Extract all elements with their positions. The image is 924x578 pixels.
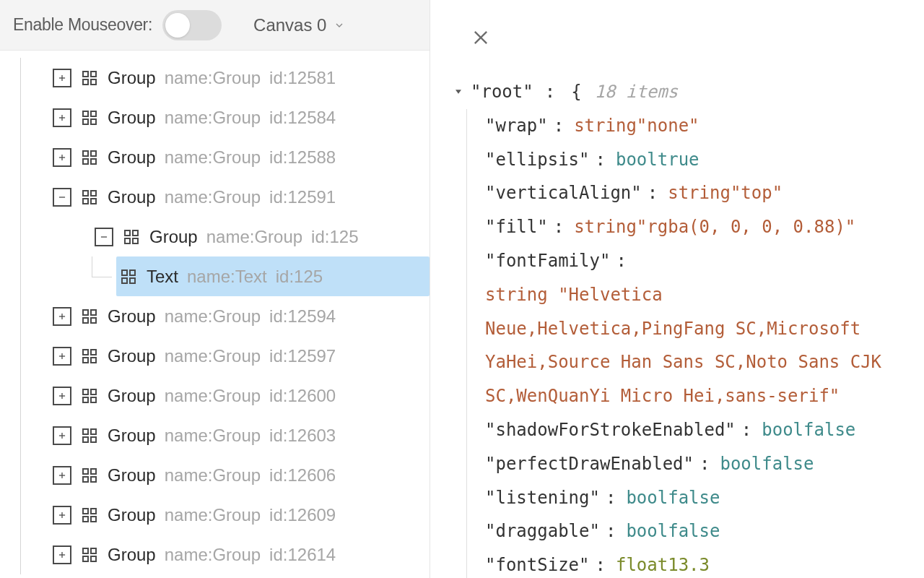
toggle-knob xyxy=(165,13,190,38)
json-prop[interactable]: "draggable":bool false xyxy=(452,514,910,548)
svg-rect-14 xyxy=(83,151,88,156)
collapse-icon[interactable] xyxy=(53,188,71,207)
caret-down-icon[interactable] xyxy=(452,85,465,98)
json-key: "fill" xyxy=(485,210,548,244)
tree-guide xyxy=(20,98,21,137)
grid-icon xyxy=(80,347,99,366)
expand-icon[interactable] xyxy=(53,347,71,366)
json-type: string xyxy=(485,285,548,305)
grid-icon xyxy=(80,426,99,445)
svg-rect-19 xyxy=(83,191,88,196)
node-id-label: id:12603 xyxy=(269,426,336,446)
grid-icon xyxy=(80,506,99,525)
tree-row[interactable]: Groupname:Groupid:12606 xyxy=(0,455,430,495)
canvas-label: Canvas 0 xyxy=(253,15,326,35)
json-prop[interactable]: "verticalAlign":string "top" xyxy=(452,176,910,210)
node-id-label: id:12597 xyxy=(269,346,336,366)
node-id-label: id:12584 xyxy=(269,108,336,128)
tree-row[interactable]: Groupname:Groupid:12609 xyxy=(0,495,430,535)
json-value: true xyxy=(658,143,699,177)
json-type: bool xyxy=(720,447,762,481)
tree-row[interactable]: Groupname:Groupid:12581 xyxy=(0,58,430,98)
expand-icon[interactable] xyxy=(53,148,71,167)
tree-row[interactable]: Groupname:Groupid:12591 xyxy=(0,177,430,217)
json-prop[interactable]: "shadowForStrokeEnabled":bool false xyxy=(452,413,910,447)
grid-icon xyxy=(80,466,99,485)
node-name-label: name:Group xyxy=(165,545,261,565)
close-button[interactable] xyxy=(465,22,497,53)
tree-row[interactable]: Groupname:Groupid:12614 xyxy=(0,535,430,574)
json-prop[interactable]: "fontFamily": xyxy=(452,244,910,278)
tree-row[interactable]: Textname:Textid:125 xyxy=(0,256,430,296)
json-value: false xyxy=(803,413,855,447)
json-prop[interactable]: "ellipsis":bool true xyxy=(452,143,910,177)
svg-rect-42 xyxy=(83,358,88,363)
node-name-label: name:Group xyxy=(165,306,261,327)
expand-icon[interactable] xyxy=(53,108,71,127)
json-prop[interactable]: "wrap":string "none" xyxy=(452,109,910,143)
json-prop[interactable]: "fill":string "rgba(0, 0, 0, 0.88)" xyxy=(452,210,910,244)
json-brace: { xyxy=(571,75,581,109)
json-key: "fontFamily" xyxy=(485,244,610,278)
svg-rect-27 xyxy=(133,238,138,243)
chevron-down-icon xyxy=(334,20,345,31)
canvas-select[interactable]: Canvas 0 xyxy=(253,15,345,35)
expand-icon[interactable] xyxy=(53,506,71,525)
tree-guide xyxy=(20,376,21,415)
node-type: Group xyxy=(108,505,156,525)
json-key: "shadowForStrokeEnabled" xyxy=(485,413,736,447)
node-type: Group xyxy=(108,68,156,88)
svg-rect-21 xyxy=(83,199,88,204)
json-type: float xyxy=(616,548,668,578)
svg-rect-55 xyxy=(91,437,96,442)
node-id-label: id:12600 xyxy=(269,386,336,406)
svg-rect-40 xyxy=(83,350,88,355)
json-value: "rgba(0, 0, 0, 0.88)" xyxy=(637,210,855,244)
tree-row[interactable]: Groupname:Groupid:12597 xyxy=(0,336,430,376)
json-prop[interactable]: "perfectDrawEnabled":bool false xyxy=(452,447,910,481)
expand-icon[interactable] xyxy=(53,426,71,445)
tree-guide xyxy=(20,137,21,177)
grid-icon xyxy=(80,108,99,127)
tree-row[interactable]: Groupname:Groupid:12603 xyxy=(0,415,430,455)
tree-row[interactable]: Groupname:Groupid:125 xyxy=(0,217,430,256)
tree-row[interactable]: Groupname:Groupid:12588 xyxy=(0,137,430,177)
tree-row[interactable]: Groupname:Groupid:12600 xyxy=(0,376,430,415)
tree-row[interactable]: Groupname:Groupid:12594 xyxy=(0,296,430,336)
node-type: Group xyxy=(149,227,198,247)
expand-icon[interactable] xyxy=(53,545,71,564)
tree-guide xyxy=(20,415,21,455)
json-prop[interactable]: "fontSize":float 13.3 xyxy=(452,548,910,578)
svg-rect-58 xyxy=(83,469,88,474)
expand-icon[interactable] xyxy=(53,466,71,485)
expand-icon[interactable] xyxy=(53,307,71,326)
svg-rect-73 xyxy=(91,556,96,561)
expand-icon[interactable] xyxy=(53,387,71,405)
node-type: Group xyxy=(108,187,156,207)
node-type: Group xyxy=(108,545,156,565)
svg-rect-24 xyxy=(125,230,130,236)
node-id-label: id:125 xyxy=(276,267,323,287)
tree-guide xyxy=(20,58,21,98)
tree-guide xyxy=(20,535,21,574)
json-key: "listening" xyxy=(485,481,600,515)
grid-icon xyxy=(80,307,99,326)
node-name-label: name:Group xyxy=(206,227,302,247)
json-value: "none" xyxy=(637,109,699,143)
node-id-label: id:12606 xyxy=(269,465,336,486)
json-value: false xyxy=(762,447,814,481)
expand-icon[interactable] xyxy=(53,69,71,87)
node-name-label: name:Group xyxy=(165,346,261,366)
node-name-label: name:Group xyxy=(165,505,261,525)
mouseover-toggle[interactable] xyxy=(162,10,222,40)
svg-rect-67 xyxy=(91,517,96,522)
json-prop[interactable]: "listening":bool false xyxy=(452,481,910,515)
svg-rect-54 xyxy=(83,437,88,442)
svg-rect-15 xyxy=(91,151,96,156)
collapse-icon[interactable] xyxy=(95,228,113,246)
node-name-label: name:Group xyxy=(165,147,261,168)
svg-rect-29 xyxy=(130,270,135,275)
json-viewer: "root":{18 items"wrap":string "none""ell… xyxy=(445,75,910,578)
tree-row[interactable]: Groupname:Groupid:12584 xyxy=(0,98,430,137)
svg-rect-3 xyxy=(91,72,96,77)
